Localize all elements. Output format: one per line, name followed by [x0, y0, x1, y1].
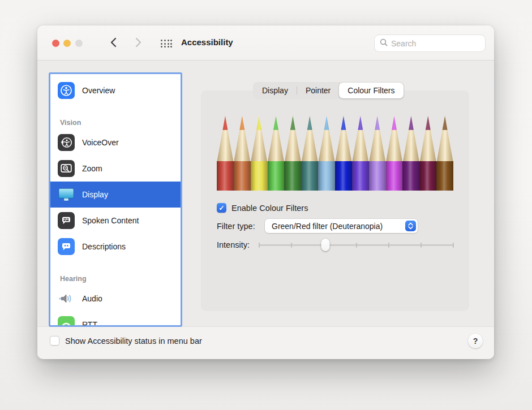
pencil-light-green [268, 116, 285, 191]
tab-colour-filters[interactable]: Colour Filters [339, 83, 403, 98]
pencil-dark-green [284, 116, 301, 191]
tab-display[interactable]: Display [254, 83, 297, 98]
sidebar-item-label: Display [82, 190, 108, 199]
show-all-grid-icon[interactable] [161, 40, 173, 48]
chevron-right-icon [135, 37, 141, 50]
enable-colour-filters-row: ✓ Enable Colour Filters [217, 203, 308, 213]
chevron-left-icon [110, 37, 117, 50]
enable-colour-filters-checkbox[interactable]: ✓ [217, 203, 226, 213]
pencil-red [217, 116, 234, 191]
show-status-checkbox[interactable] [50, 336, 59, 346]
sidebar-item-label: Zoom [82, 164, 102, 173]
voiceover-icon [58, 134, 75, 151]
pencil-teal [301, 116, 318, 191]
pencil-magenta [386, 116, 403, 191]
sidebar-section-vision: Vision [50, 116, 181, 130]
sidebar-item-label: VoiceOver [82, 138, 119, 147]
search-icon [380, 38, 388, 49]
forward-button[interactable] [131, 38, 145, 49]
sidebar-item-overview[interactable]: Overview [50, 77, 181, 103]
slider-tick [291, 243, 292, 248]
pencil-orange [234, 116, 251, 191]
colour-pencils-image [217, 116, 453, 191]
sidebar-item-voiceover[interactable]: VoiceOver [50, 130, 181, 156]
filter-type-row: Filter type: Green/Red filter (Deuterano… [217, 219, 418, 233]
sidebar-item-audio[interactable]: Audio [50, 286, 181, 312]
sidebar-section-hearing: Hearing [50, 272, 181, 286]
sidebar-item-zoom[interactable]: Zoom [50, 156, 181, 182]
tab-pointer[interactable]: Pointer [297, 83, 339, 98]
window-title: Accessibility [181, 37, 233, 47]
help-button[interactable]: ? [468, 334, 483, 348]
pencil-dark-purple [402, 116, 419, 191]
sidebar-item-spoken-content[interactable]: Spoken Content [50, 208, 181, 234]
zoom-window-button [75, 40, 83, 47]
enable-colour-filters-label: Enable Colour Filters [231, 204, 308, 213]
spoken-content-icon [58, 212, 75, 229]
slider-tick [259, 243, 260, 248]
slider-thumb[interactable] [321, 239, 329, 251]
filter-type-label: Filter type: [217, 222, 265, 231]
slider-tick [453, 243, 454, 248]
intensity-row: Intensity: [217, 239, 453, 251]
sidebar-item-label: Descriptions [82, 242, 126, 251]
accessibility-overview-icon [58, 82, 75, 99]
pencil-light-blue [318, 116, 335, 191]
intensity-slider[interactable] [259, 239, 453, 251]
help-question-label: ? [473, 336, 478, 346]
descriptions-icon [58, 238, 75, 255]
display-icon [58, 186, 75, 203]
search-input[interactable]: Search [374, 34, 486, 52]
show-status-label: Show Accessibility status in menu bar [65, 336, 202, 346]
filter-type-dropdown[interactable]: Green/Red filter (Deuteranopia) [265, 219, 418, 233]
title-bar: Accessibility Search [37, 25, 494, 61]
sidebar-item-display[interactable]: Display [50, 182, 181, 208]
slider-tick [388, 243, 389, 248]
menu-bar-status-row: Show Accessibility status in menu bar [50, 336, 202, 346]
dropdown-stepper-icon [405, 221, 416, 231]
pencil-blue [335, 116, 352, 191]
sidebar-item-label: Overview [82, 86, 115, 95]
search-placeholder: Search [391, 39, 416, 48]
pencil-lavender [369, 116, 386, 191]
audio-icon [58, 290, 75, 307]
pencil-wine [419, 116, 436, 191]
sidebar-item-label: Audio [82, 294, 102, 303]
sidebar-item-label: RTT [82, 320, 97, 327]
rtt-icon [58, 316, 75, 327]
close-button[interactable] [52, 40, 59, 47]
zoom-icon [58, 160, 75, 177]
minimize-button[interactable] [63, 40, 71, 47]
pencil-violet [352, 116, 369, 191]
pencil-brown [436, 116, 453, 191]
accessibility-window: Accessibility Search OverviewVisionVoice… [37, 25, 494, 359]
back-button[interactable] [106, 38, 120, 49]
sidebar-item-descriptions[interactable]: Descriptions [50, 234, 181, 260]
slider-tick [421, 243, 422, 248]
tab-bar: DisplayPointerColour Filters [253, 82, 404, 99]
intensity-label: Intensity: [217, 240, 259, 249]
sidebar-item-rtt[interactable]: RTT [50, 312, 181, 327]
filter-type-value: Green/Red filter (Deuteranopia) [272, 222, 383, 231]
sidebar: OverviewVisionVoiceOverZoomDisplaySpoken… [49, 72, 182, 327]
pencil-yellow [251, 116, 268, 191]
slider-tick [356, 243, 357, 248]
sidebar-item-label: Spoken Content [82, 216, 139, 225]
